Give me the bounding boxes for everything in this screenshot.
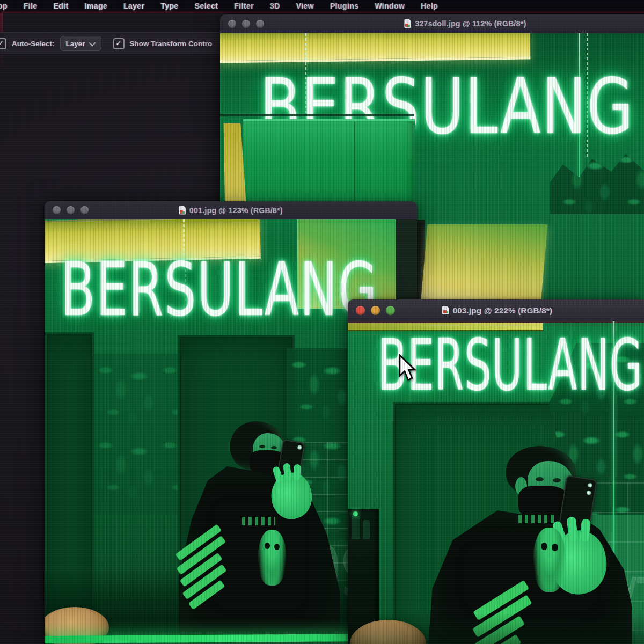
canvas-003[interactable]: BERSULANG BERSULANG xyxy=(348,321,644,644)
window-title-text: 327sdoll.jpg @ 112% (RGB/8*) xyxy=(415,19,526,28)
skull-eye xyxy=(265,543,270,549)
menu-item-select[interactable]: Select xyxy=(195,2,218,10)
document-icon xyxy=(442,306,449,314)
neon-sign: BERSULANG xyxy=(61,253,378,327)
person-eye xyxy=(259,445,265,448)
checkmark-icon: ✓ xyxy=(116,39,122,47)
chest-print xyxy=(518,515,556,523)
show-transform-checkbox[interactable]: ✓ xyxy=(113,38,125,49)
finger xyxy=(293,464,301,481)
window-title: 327sdoll.jpg @ 112% (RGB/8*) xyxy=(220,19,644,28)
photo-scene: BERSULANG BERSULANG xyxy=(348,321,644,644)
menu-item-image[interactable]: Image xyxy=(85,2,107,10)
phone-camera-dot xyxy=(297,445,302,450)
menu-item-3d[interactable]: 3D xyxy=(270,2,280,10)
menu-item-view[interactable]: View xyxy=(296,2,314,10)
dark-beam xyxy=(396,219,417,310)
partition-ledge xyxy=(220,114,414,116)
skull-eye xyxy=(552,544,558,551)
person-silhouette xyxy=(179,417,340,644)
phone-camera-dot xyxy=(587,491,591,495)
document-icon xyxy=(179,206,186,215)
skull-graphic xyxy=(533,528,566,592)
phone-camera-dot xyxy=(588,483,592,488)
checkmark-icon: ✓ xyxy=(0,39,4,47)
menu-item-plugins[interactable]: Plugins xyxy=(330,2,358,10)
person-eye xyxy=(553,478,561,482)
show-transform-label: Show Transform Contro xyxy=(130,40,213,48)
bottom-shade xyxy=(348,613,644,644)
window-title-text: 001.jpg @ 123% (RGB/8*) xyxy=(189,206,283,215)
auto-select-layer-dropdown[interactable]: Layer xyxy=(60,36,101,51)
auto-select-label: Auto-Select: xyxy=(12,40,55,48)
person-eye xyxy=(271,446,277,449)
skull-eye xyxy=(274,544,280,550)
menu-item-window[interactable]: Window xyxy=(375,2,405,10)
menu-item-help[interactable]: Help xyxy=(421,2,438,10)
titlebar-327sdoll[interactable]: 327sdoll.jpg @ 112% (RGB/8*) xyxy=(220,14,644,33)
menu-bar: op File Edit Image Layer Type Select Fil… xyxy=(0,0,644,13)
menu-item-type[interactable]: Type xyxy=(161,2,179,10)
auto-select-value: Layer xyxy=(66,40,85,48)
window-title-text: 003.jpg @ 222% (RGB/8*) xyxy=(453,306,553,315)
bottle-cap-glow xyxy=(353,511,358,516)
window-title: 001.jpg @ 123% (RGB/8*) xyxy=(45,206,417,215)
window-title: 003.jpg @ 222% (RGB/8*) xyxy=(348,306,644,315)
leaf-wallpaper xyxy=(94,354,178,515)
bottle xyxy=(352,516,360,539)
neon-sign: BERSULANG xyxy=(378,330,643,400)
bottle xyxy=(363,520,370,539)
titlebar-001[interactable]: 001.jpg @ 123% (RGB/8*) xyxy=(45,201,417,219)
auto-select-checkbox[interactable]: ✓ xyxy=(0,38,6,49)
menu-item-filter[interactable]: Filter xyxy=(234,2,254,10)
skull-eye xyxy=(541,543,547,550)
lamp-reflection xyxy=(420,224,547,305)
chevron-down-icon xyxy=(89,39,96,46)
menu-item-layer[interactable]: Layer xyxy=(123,2,144,10)
skull-graphic xyxy=(258,530,286,586)
photoshop-screen: op File Edit Image Layer Type Select Fil… xyxy=(0,0,644,644)
chest-print xyxy=(242,517,275,525)
menu-item-file[interactable]: File xyxy=(24,2,38,10)
person-eye xyxy=(536,477,544,481)
document-window-003[interactable]: 003.jpg @ 222% (RGB/8*) BERSULANG BERSUL… xyxy=(348,299,644,644)
document-icon xyxy=(404,19,411,28)
menu-item-app[interactable]: op xyxy=(0,2,8,10)
mouse-cursor xyxy=(398,354,418,382)
menu-item-edit[interactable]: Edit xyxy=(54,2,69,10)
titlebar-003[interactable]: 003.jpg @ 222% (RGB/8*) xyxy=(348,299,644,321)
ceiling-lamp xyxy=(220,33,530,63)
